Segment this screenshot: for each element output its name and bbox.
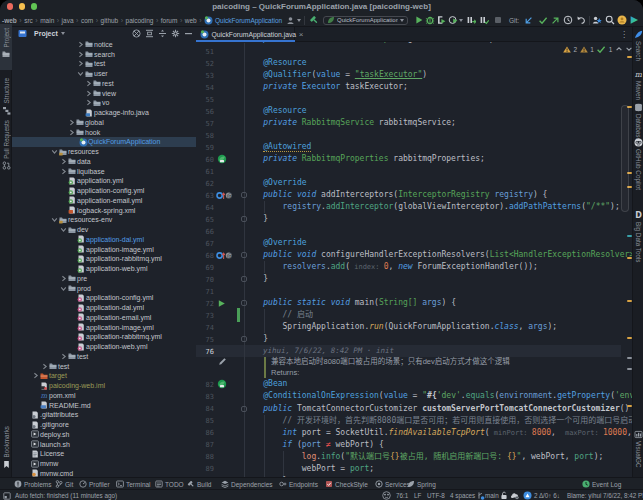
tree-row[interactable]: prod	[12, 283, 196, 293]
tree-row[interactable]: view	[12, 88, 196, 98]
breadcrumb-file[interactable]: QuickForumApplication	[204, 16, 282, 25]
avatar[interactable]	[617, 13, 627, 27]
stripe-button-big-data-tools[interactable]: DBig Data Tools	[633, 211, 643, 263]
tree-row[interactable]: application-email.yml	[12, 312, 196, 322]
caret-position[interactable]: 76:1	[396, 490, 408, 500]
fold-marker[interactable]	[241, 216, 247, 222]
tree-row[interactable]: logback-spring.xml	[12, 205, 196, 215]
tree-row[interactable]: application-rabbitmq.yml	[12, 254, 196, 264]
breadcrumb-item-github[interactable]: github	[101, 17, 119, 24]
collapse-all-icon[interactable]	[145, 29, 154, 38]
tree-row[interactable]: application-dal.yml	[12, 234, 196, 244]
tree-row[interactable]: application-web.yml	[12, 264, 196, 274]
editor-scrollbar[interactable]	[621, 105, 629, 212]
tree-row[interactable]: package-info.java	[12, 108, 196, 118]
tree-row[interactable]: hook	[12, 127, 196, 137]
tree-row[interactable]: test	[12, 361, 196, 371]
fold-marker[interactable]	[241, 252, 247, 258]
tree-row[interactable]: .gitignore	[12, 420, 196, 430]
spring-bean-icon[interactable]	[217, 379, 227, 389]
tree-row[interactable]: mvnw	[12, 459, 196, 469]
tree-row[interactable]: target	[12, 371, 196, 381]
lock-icon[interactable]	[500, 490, 508, 500]
tree-row-selected-quickforumapplication[interactable]: QuickForumApplication	[12, 137, 196, 147]
cloud-sync-icon[interactable]	[510, 490, 520, 500]
push-icon[interactable]	[551, 13, 560, 27]
tree-row[interactable]: README.md	[12, 400, 196, 410]
breadcrumb-item-forum[interactable]: forum	[161, 17, 178, 24]
commit-icon[interactable]	[538, 13, 548, 27]
update-app-check-icon[interactable]	[479, 13, 489, 27]
stripe-button-github-copilot[interactable]: GitHub Copilot	[633, 138, 643, 190]
tree-row[interactable]: pre	[12, 273, 196, 283]
chevron-right-icon[interactable]	[60, 275, 67, 282]
tree-row[interactable]: rest	[12, 78, 196, 88]
tree-row[interactable]: liquibase	[12, 166, 196, 176]
tree-row[interactable]: launch.sh	[12, 439, 196, 449]
git-branch-name[interactable]: main	[485, 490, 499, 500]
tree-row[interactable]: notice	[12, 40, 196, 49]
chevron-right-icon[interactable]	[60, 168, 67, 175]
fold-marker[interactable]	[241, 336, 247, 342]
breadcrumb-item-web[interactable]: -web	[2, 17, 17, 24]
chevron-down-icon[interactable]	[61, 32, 65, 35]
update-app-icon[interactable]	[466, 13, 476, 27]
chevron-right-icon[interactable]	[77, 60, 84, 67]
tree-row[interactable]: deploy.sh	[12, 429, 196, 439]
tree-row[interactable]: test	[12, 351, 196, 361]
tree-row[interactable]: user	[12, 69, 196, 79]
tree-row[interactable]: data	[12, 156, 196, 166]
breadcrumb-item-java[interactable]: java	[62, 17, 74, 24]
tree-row[interactable]: mvnw.cmd	[12, 468, 196, 477]
chevron-down-icon[interactable]	[60, 285, 67, 292]
build-hammer-icon[interactable]	[309, 13, 319, 27]
prev-problem-icon[interactable]	[615, 45, 623, 53]
tree-row[interactable]: vo	[12, 98, 196, 108]
chevron-right-icon[interactable]	[68, 119, 75, 126]
ide-logo-icon[interactable]	[629, 13, 639, 27]
tree-row[interactable]: search	[12, 49, 196, 59]
user-icon[interactable]	[286, 13, 295, 27]
tree-row[interactable]: .gitattributes	[12, 410, 196, 420]
profiler-caret-icon[interactable]	[458, 13, 464, 27]
code-with-me-icon[interactable]	[592, 13, 602, 27]
tree-row[interactable]: application-email.yml	[12, 195, 196, 205]
coverage-icon[interactable]	[436, 13, 446, 27]
code-area[interactable]: 50 private GlobalViewInterceptor globalV…	[196, 27, 632, 477]
stripe-button-database[interactable]: Database	[633, 103, 643, 141]
override-method-icon[interactable]: @	[216, 251, 232, 260]
tree-row[interactable]: application.yml	[12, 176, 196, 186]
run-icon[interactable]	[414, 13, 424, 27]
chevron-right-icon[interactable]	[68, 129, 75, 136]
file-encoding[interactable]: UTF-8	[427, 490, 445, 500]
stripe-button-pull-requests[interactable]: Pull Requests	[0, 120, 12, 170]
tree-row[interactable]: test	[12, 59, 196, 69]
close-tab-icon[interactable]: ×	[299, 32, 304, 38]
tree-row[interactable]: application-web.yml	[12, 342, 196, 352]
code-with-me-status-icon[interactable]	[382, 490, 391, 500]
chevron-down-icon[interactable]	[77, 70, 84, 77]
chevron-right-icon[interactable]	[32, 372, 39, 379]
hide-icon[interactable]	[184, 29, 193, 38]
stripe-button-visualgc[interactable]: VisualGC	[633, 430, 643, 467]
indent-style[interactable]: 4 spaces	[450, 490, 475, 500]
editor[interactable]: 50 private GlobalViewInterceptor globalV…	[196, 27, 632, 477]
tree-row[interactable]: mpom.xml	[12, 390, 196, 400]
chevron-right-icon[interactable]	[85, 90, 92, 97]
tree-row[interactable]: global	[12, 117, 196, 127]
fold-marker[interactable]	[241, 300, 247, 306]
stripe-button-structure[interactable]: Structure	[0, 78, 12, 115]
fold-marker[interactable]	[241, 192, 247, 198]
rollback-icon[interactable]	[576, 13, 586, 27]
next-problem-icon[interactable]	[625, 45, 632, 53]
breadcrumb-item-web[interactable]: web	[185, 17, 197, 24]
tree-row[interactable]: application-config.yml	[12, 186, 196, 196]
notifications-icon[interactable]	[523, 490, 532, 500]
stripe-button-project[interactable]: Project	[0, 28, 12, 58]
dropdown-caret-icon[interactable]	[296, 13, 302, 27]
tree-row[interactable]: dev	[12, 225, 196, 235]
chevron-right-icon[interactable]	[85, 99, 92, 106]
edit-javadoc-pencil-icon[interactable]	[218, 357, 227, 366]
tree-row[interactable]: application-dal.yml	[12, 303, 196, 313]
breadcrumb-item-src[interactable]: src	[24, 17, 33, 24]
